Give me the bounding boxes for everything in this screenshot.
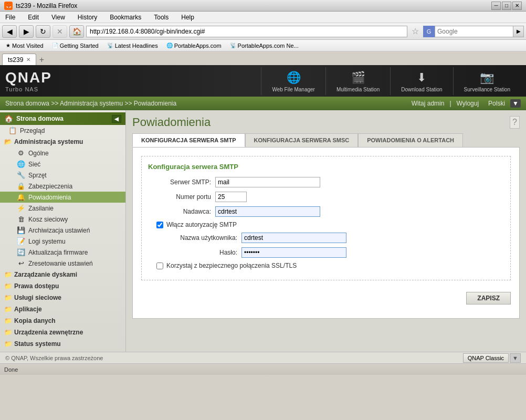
maximize-button[interactable]: □ xyxy=(502,2,511,10)
update-icon: 🔄 xyxy=(17,248,25,256)
smtp-sender-input[interactable] xyxy=(215,206,320,217)
smtp-sender-label: Nadawca: xyxy=(148,208,211,215)
menu-view[interactable]: View xyxy=(48,13,68,22)
bookmark-portableapps[interactable]: 🌐 PortableApps.com xyxy=(163,41,225,50)
sidebar-section-aplikacje[interactable]: 📁 Aplikacje xyxy=(0,303,125,315)
smtp-sender-group: Nadawca: xyxy=(148,206,504,217)
smtp-username-input[interactable] xyxy=(241,233,346,243)
sidebar-item-zabezpieczenia[interactable]: 🔒 Zabezpieczenia xyxy=(0,181,125,192)
menu-tools[interactable]: Tools xyxy=(151,13,172,22)
smtp-auth-checkbox[interactable] xyxy=(156,222,163,228)
close-button[interactable]: ✕ xyxy=(512,2,522,10)
tab-close-icon[interactable]: ✕ xyxy=(26,57,30,62)
feed-icon: 📡 xyxy=(107,43,113,48)
nav-multimedia-station[interactable]: 🎬 Multimedia Station xyxy=(325,67,390,95)
classic-button[interactable]: QNAP Classic xyxy=(463,353,509,363)
sidebar-item-przeglad[interactable]: 📋 Przegląd xyxy=(0,125,125,136)
sidebar-section-dyski[interactable]: 📁 Zarządzanie dyskami xyxy=(0,269,125,280)
star-icon: ★ xyxy=(6,43,10,48)
sidebar-item-siec[interactable]: 🌐 Sieć xyxy=(0,159,125,170)
globe-icon: 🌐 xyxy=(166,43,173,48)
sidebar-item-sprzet[interactable]: 🔧 Sprzęt xyxy=(0,170,125,181)
menu-edit[interactable]: Edit xyxy=(25,13,42,22)
save-row: ZAPISZ xyxy=(141,287,511,310)
home-button[interactable]: 🏠 xyxy=(69,25,84,38)
welcome-text: Witaj admin xyxy=(412,100,445,107)
sidebar-section-urzadzenia[interactable]: 📁 Urządzenia zewnętrzne xyxy=(0,327,125,338)
bookmark-latest-headlines[interactable]: 📡 Latest Headlines xyxy=(103,41,162,50)
web-file-manager-icon: 🌐 xyxy=(284,70,303,86)
menu-file[interactable]: File xyxy=(2,13,18,22)
new-tab-button[interactable]: + xyxy=(36,55,47,65)
bookmark-getting-started[interactable]: 📄 Getting Started xyxy=(48,41,102,50)
search-button[interactable]: ▶ xyxy=(513,26,524,37)
sidebar-item-ogolne[interactable]: ⚙ Ogólne xyxy=(0,148,125,159)
sidebar: 🏠 Strona domowa ◀ 📋 Przegląd 📂 Administr… xyxy=(0,110,126,352)
reload-button[interactable]: ↻ xyxy=(36,25,50,38)
minimize-button[interactable]: ─ xyxy=(491,2,501,10)
smtp-server-input[interactable] xyxy=(215,177,320,187)
content-tabs: KONFIGURACJA SERWERA SMTP KONFIGURACJA S… xyxy=(132,133,520,147)
sidebar-collapse-button[interactable]: ◀ xyxy=(112,115,121,123)
settings-icon: ⚙ xyxy=(17,149,25,157)
browser-titlebar: 🦊 ts239 - Mozilla Firefox ─ □ ✕ xyxy=(0,0,526,12)
qnap-logo: QNAP Turbo NAS xyxy=(5,69,52,92)
browser-tab-ts239[interactable]: ts239 ✕ xyxy=(2,54,36,65)
smtp-port-label: Numer portu xyxy=(148,193,211,201)
sidebar-section-prawa[interactable]: 📁 Prawa dostępu xyxy=(0,280,125,292)
smtp-password-label: Hasło: xyxy=(169,249,237,256)
sidebar-item-aktualizacja[interactable]: 🔄 Aktualizacja firmware xyxy=(0,247,125,258)
qnap-footer: © QNAP, Wszelkie prawa zastrzeżone QNAP … xyxy=(0,352,526,363)
sidebar-item-reset[interactable]: ↩ Zresetowanie ustawień xyxy=(0,258,125,269)
sidebar-item-powiadomienia[interactable]: 🔔 Powiadomienia xyxy=(0,192,125,203)
tab-smtp[interactable]: KONFIGURACJA SERWERA SMTP xyxy=(132,133,245,147)
sidebar-item-logi[interactable]: 📝 Logi systemu xyxy=(0,236,125,247)
smtp-auth-checkbox-group: Włącz autoryzację SMTP xyxy=(156,221,504,228)
classic-dropdown-icon[interactable]: ▼ xyxy=(510,353,521,363)
backup-folder-icon: 📁 xyxy=(4,317,12,324)
stop-button[interactable]: ✕ xyxy=(52,25,67,38)
menu-history[interactable]: History xyxy=(75,13,100,22)
back-button[interactable]: ◀ xyxy=(2,25,17,38)
language-dropdown-icon[interactable]: ▼ xyxy=(510,99,521,108)
page-icon: 📄 xyxy=(52,43,58,48)
surveillance-station-icon: 📷 xyxy=(478,70,497,86)
menu-bookmarks[interactable]: Bookmarks xyxy=(107,13,144,22)
bookmark-star-icon[interactable]: ☆ xyxy=(409,26,421,37)
help-icon[interactable]: ? xyxy=(510,116,520,129)
security-icon: 🔒 xyxy=(17,182,25,190)
menu-help[interactable]: Help xyxy=(178,13,197,22)
smtp-panel: Konfiguracja serwera SMTP Serwer SMTP: N… xyxy=(132,147,520,319)
bookmark-most-visited[interactable]: ★ Most Visited xyxy=(2,41,47,50)
nav-download-station[interactable]: ⬇ Download Station xyxy=(390,67,453,95)
bookmarks-bar: ★ Most Visited 📄 Getting Started 📡 Lates… xyxy=(0,40,526,51)
language-selector[interactable]: Polski xyxy=(488,100,505,107)
search-engine-icon[interactable]: G xyxy=(423,26,435,37)
smtp-port-input[interactable] xyxy=(215,192,247,202)
browser-title: ts239 - Mozilla Firefox xyxy=(16,2,77,9)
sidebar-section-uslugi[interactable]: 📁 Usługi sieciowe xyxy=(0,292,125,303)
sidebar-section-kopia[interactable]: 📁 Kopia danych xyxy=(0,315,125,327)
tab-smsc[interactable]: KONFIGURACJA SERWERA SMSC xyxy=(245,133,359,147)
nav-surveillance-station[interactable]: 📷 Surveillance Station xyxy=(453,67,521,95)
sidebar-item-zasilanie[interactable]: ⚡ Zasilanie xyxy=(0,203,125,214)
bookmark-portableapps-ne[interactable]: 📡 PortableApps.com Ne... xyxy=(226,41,302,50)
sidebar-section-status[interactable]: 📁 Status systemu xyxy=(0,338,125,350)
address-bar[interactable] xyxy=(86,26,407,37)
qnap-logo-sub: Turbo NAS xyxy=(5,86,52,92)
tab-alerts[interactable]: POWIADOMIENIA O ALERTACH xyxy=(358,133,463,147)
smtp-ssl-checkbox[interactable] xyxy=(156,262,163,269)
save-button[interactable]: ZAPISZ xyxy=(466,292,511,304)
nav-web-file-manager[interactable]: 🌐 Web File Manager xyxy=(261,67,325,95)
sidebar-item-archiwizacja[interactable]: 💾 Archiwizacja ustawień xyxy=(0,225,125,236)
logout-link[interactable]: Wyloguj xyxy=(457,100,479,107)
sidebar-item-kosz[interactable]: 🗑 Kosz sieciowy xyxy=(0,214,125,225)
forward-button[interactable]: ▶ xyxy=(19,25,34,38)
smtp-server-label: Serwer SMTP: xyxy=(148,178,211,186)
smtp-password-input[interactable] xyxy=(241,247,346,258)
sidebar-section-administracja[interactable]: 📂 Administracja systemu xyxy=(0,136,125,148)
smtp-ssl-label: Korzystaj z bezpiecznego połączenia SSL/… xyxy=(166,262,297,269)
search-input[interactable] xyxy=(435,26,513,37)
qnap-header: QNAP Turbo NAS 🌐 Web File Manager 🎬 Mult… xyxy=(0,65,526,97)
page-title-text: Powiadomienia xyxy=(132,116,211,129)
